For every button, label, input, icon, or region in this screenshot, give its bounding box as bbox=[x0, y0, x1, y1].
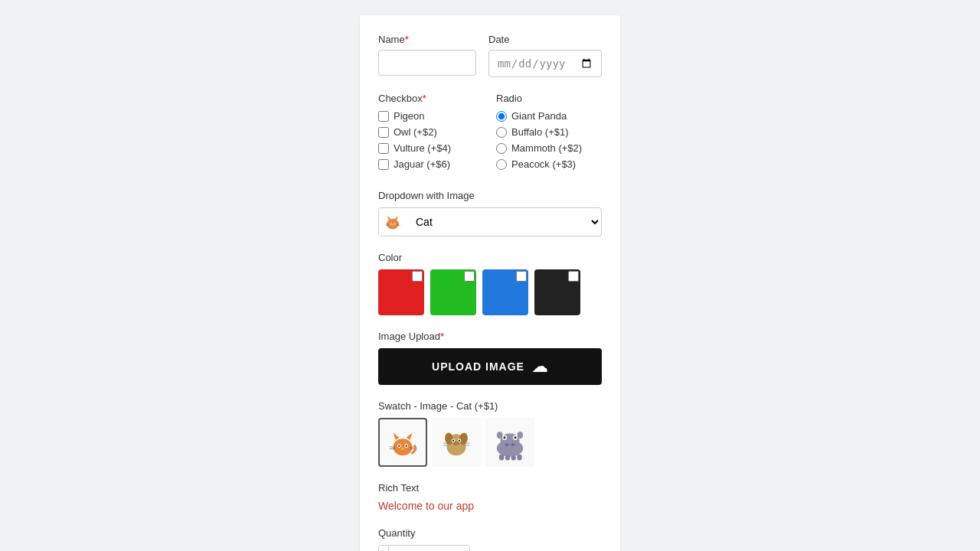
svg-point-8 bbox=[394, 223, 395, 224]
color-red-checkbox[interactable] bbox=[412, 271, 423, 282]
upload-image-button[interactable]: UPLOAD IMAGE ☁ bbox=[378, 348, 602, 385]
checkbox-vulture[interactable]: Vulture (+$4) bbox=[378, 142, 484, 154]
radio-giant-panda-input[interactable] bbox=[496, 111, 507, 122]
quantity-minus-button[interactable]: − bbox=[379, 546, 388, 551]
svg-point-43 bbox=[511, 443, 514, 446]
svg-rect-51 bbox=[505, 455, 510, 460]
quantity-stepper[interactable]: − + bbox=[378, 545, 470, 551]
svg-point-32 bbox=[452, 439, 454, 441]
color-blue-checkbox[interactable] bbox=[516, 271, 527, 282]
svg-rect-52 bbox=[511, 455, 516, 460]
checkbox-label: Checkbox* bbox=[378, 93, 484, 104]
svg-point-19 bbox=[398, 445, 400, 447]
date-label: Date bbox=[488, 34, 602, 45]
color-red-wrapper[interactable] bbox=[378, 269, 424, 315]
upload-button-text: UPLOAD IMAGE bbox=[432, 360, 524, 373]
rich-text-label: Rich Text bbox=[378, 482, 602, 494]
checkbox-pigeon-input[interactable] bbox=[378, 111, 389, 122]
swatch-image-label: Swatch - Image - Cat (+$1) bbox=[378, 400, 602, 412]
color-label: Color bbox=[378, 252, 602, 263]
radio-peacock-input[interactable] bbox=[496, 159, 507, 170]
svg-marker-15 bbox=[394, 433, 400, 440]
svg-point-20 bbox=[406, 445, 407, 447]
svg-point-47 bbox=[514, 436, 516, 439]
radio-giant-panda[interactable]: Giant Panda bbox=[496, 110, 602, 122]
svg-rect-50 bbox=[499, 455, 504, 461]
checkbox-owl[interactable]: Owl (+$2) bbox=[378, 126, 484, 138]
checkbox-vulture-input[interactable] bbox=[378, 143, 389, 154]
image-upload-label: Image Upload* bbox=[378, 331, 602, 342]
color-black-wrapper[interactable] bbox=[534, 269, 580, 315]
color-black-checkbox[interactable] bbox=[568, 271, 579, 282]
checkbox-owl-input[interactable] bbox=[378, 127, 389, 138]
swatch-images bbox=[378, 418, 602, 467]
svg-point-33 bbox=[459, 439, 460, 441]
name-label: Name* bbox=[378, 34, 476, 45]
svg-point-14 bbox=[394, 439, 413, 455]
svg-point-21 bbox=[401, 448, 405, 450]
swatch-cat[interactable] bbox=[378, 418, 427, 467]
quantity-label: Quantity bbox=[378, 527, 602, 539]
radio-buffalo[interactable]: Buffalo (+$1) bbox=[496, 126, 602, 138]
radio-peacock[interactable]: Peacock (+$3) bbox=[496, 158, 602, 170]
quantity-input[interactable] bbox=[388, 546, 470, 551]
svg-rect-53 bbox=[517, 455, 521, 461]
date-input[interactable] bbox=[488, 50, 602, 77]
svg-marker-16 bbox=[407, 433, 413, 440]
svg-point-35 bbox=[455, 443, 459, 445]
checkbox-jaguar-input[interactable] bbox=[378, 159, 389, 170]
checkbox-jaguar[interactable]: Jaguar (+$6) bbox=[378, 158, 484, 170]
dropdown-image-label: Dropdown with Image bbox=[378, 190, 602, 201]
swatch-hippo[interactable] bbox=[485, 418, 534, 467]
checkbox-pigeon[interactable]: Pigeon bbox=[378, 110, 484, 122]
radio-label: Radio bbox=[496, 93, 602, 104]
radio-mammoth-input[interactable] bbox=[496, 143, 507, 154]
color-green-checkbox[interactable] bbox=[464, 271, 475, 282]
dropdown-select[interactable]: Cat Dog Hippo bbox=[407, 210, 601, 233]
svg-point-48 bbox=[497, 432, 503, 439]
swatch-dog[interactable] bbox=[432, 418, 481, 467]
color-swatches bbox=[378, 269, 602, 315]
svg-point-42 bbox=[505, 443, 508, 446]
radio-buffalo-input[interactable] bbox=[496, 127, 507, 138]
dropdown-with-image[interactable]: Cat Dog Hippo bbox=[378, 207, 602, 236]
color-green-wrapper[interactable] bbox=[430, 269, 476, 315]
rich-text-content: Welcome to our app bbox=[378, 500, 602, 512]
dropdown-cat-icon bbox=[379, 208, 407, 236]
svg-point-9 bbox=[392, 225, 394, 227]
color-blue-wrapper[interactable] bbox=[482, 269, 528, 315]
name-input[interactable] bbox=[378, 50, 476, 76]
cloud-upload-icon: ☁ bbox=[532, 357, 548, 376]
svg-point-46 bbox=[503, 436, 505, 439]
radio-mammoth[interactable]: Mammoth (+$2) bbox=[496, 142, 602, 154]
svg-point-49 bbox=[517, 432, 523, 439]
svg-point-7 bbox=[390, 223, 391, 224]
